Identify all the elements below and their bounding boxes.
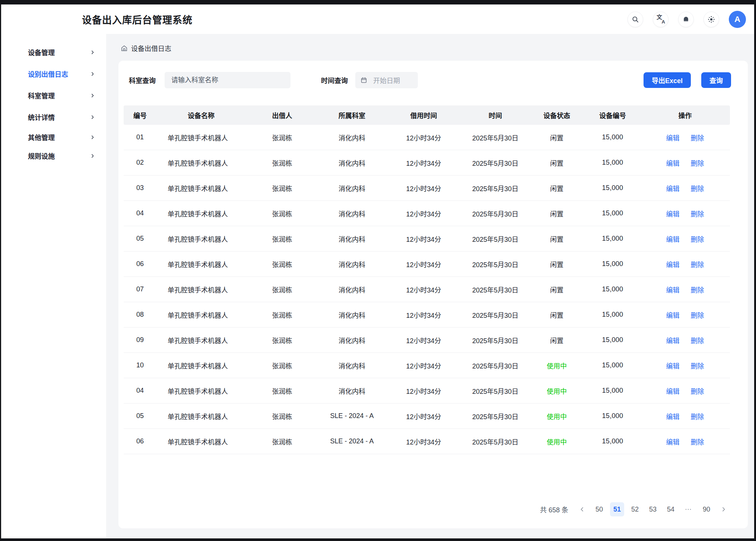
cell-department: 消化内科: [318, 209, 385, 218]
prev-page-icon[interactable]: [576, 502, 588, 516]
edit-link[interactable]: 编辑: [666, 437, 680, 446]
cell-device-number: 15,000: [585, 285, 641, 293]
column-header: 设备编号: [585, 110, 641, 120]
brightness-icon[interactable]: [703, 12, 719, 27]
delete-link[interactable]: 删除: [691, 133, 704, 142]
table-row: 07单孔腔镜手术机器人张润栋消化内科12小时34分2025年5月30日闲置15,…: [124, 277, 730, 302]
pagination-total: 共 658 条: [540, 504, 568, 514]
cell-id: 09: [124, 336, 156, 344]
page-number-50[interactable]: 50: [592, 502, 606, 516]
delete-link[interactable]: 删除: [691, 437, 704, 446]
delete-link[interactable]: 删除: [691, 386, 704, 396]
cell-borrower: 张润栋: [246, 259, 318, 269]
cell-device-name: 单孔腔镜手术机器人: [156, 133, 246, 142]
sidebar-item-1[interactable]: 设别出借日志: [1, 63, 106, 85]
table-row: 03单孔腔镜手术机器人张润栋消化内科12小时34分2025年5月30日闲置15,…: [124, 175, 730, 201]
column-header: 时间: [462, 110, 529, 120]
cell-device-name: 单孔腔镜手术机器人: [156, 234, 246, 244]
table-row: 04单孔腔镜手术机器人张润栋消化内科12小时34分2025年5月30日使用中15…: [124, 378, 730, 404]
edit-link[interactable]: 编辑: [666, 386, 680, 396]
cell-department: 消化内科: [318, 310, 385, 320]
edit-link[interactable]: 编辑: [666, 209, 680, 218]
edit-link[interactable]: 编辑: [666, 285, 680, 294]
search-icon[interactable]: [628, 12, 643, 27]
page-number-52[interactable]: 52: [628, 502, 642, 516]
export-excel-button[interactable]: 导出Excel: [644, 72, 691, 88]
sidebar-item-4[interactable]: 其他管理: [1, 128, 106, 146]
delete-link[interactable]: 删除: [691, 209, 704, 218]
cell-department: 消化内科: [318, 234, 385, 244]
delete-link[interactable]: 删除: [691, 310, 704, 320]
column-header: 操作: [641, 110, 730, 120]
breadcrumb[interactable]: 设备出借日志: [121, 44, 748, 53]
status-badge: 使用中: [529, 411, 585, 421]
cell-device-name: 单孔腔镜手术机器人: [156, 310, 246, 320]
sidebar-item-5[interactable]: 规则设施: [1, 146, 106, 165]
delete-link[interactable]: 删除: [691, 259, 704, 269]
status-badge: 闲置: [529, 209, 585, 218]
page-number-51[interactable]: 51: [610, 502, 624, 516]
cell-device-name: 单孔腔镜手术机器人: [156, 285, 246, 294]
table-header-row: 编号设备名称出借人所属科室借用时间时间设备状态设备编号操作: [124, 105, 730, 125]
cell-id: 06: [124, 437, 156, 445]
filter-bar: 科室查询 时间查询 开始日期 导出Excel 查询: [118, 61, 748, 88]
edit-link[interactable]: 编辑: [666, 234, 680, 244]
delete-link[interactable]: 删除: [691, 411, 704, 421]
cell-borrow-duration: 12小时34分: [385, 259, 462, 269]
delete-link[interactable]: 删除: [691, 183, 704, 193]
cell-borrower: 张润栋: [246, 335, 318, 345]
row-actions: 编辑删除: [641, 386, 730, 396]
cell-borrower: 张润栋: [246, 234, 318, 244]
status-badge: 闲置: [529, 234, 585, 244]
cell-borrow-duration: 12小时34分: [385, 335, 462, 345]
delete-link[interactable]: 删除: [691, 285, 704, 294]
dept-search-input[interactable]: [165, 72, 290, 88]
chevron-right-icon: [90, 50, 95, 55]
column-header: 出借人: [246, 110, 318, 120]
cell-borrower: 张润栋: [246, 209, 318, 218]
column-header: 设备状态: [529, 110, 585, 120]
page-ellipsis[interactable]: ⋯: [682, 502, 696, 516]
page-number-54[interactable]: 54: [664, 502, 678, 516]
cell-id: 07: [124, 285, 156, 293]
sidebar-item-0[interactable]: 设备管理: [1, 41, 106, 63]
row-actions: 编辑删除: [641, 335, 730, 345]
cell-department: 消化内科: [318, 133, 385, 142]
cell-borrow-duration: 12小时34分: [385, 310, 462, 320]
edit-link[interactable]: 编辑: [666, 310, 680, 320]
edit-link[interactable]: 编辑: [666, 335, 680, 345]
delete-link[interactable]: 删除: [691, 361, 704, 370]
breadcrumb-label: 设备出借日志: [131, 43, 171, 53]
delete-link[interactable]: 删除: [691, 158, 704, 168]
cell-date: 2025年5月30日: [462, 386, 529, 396]
cell-borrow-duration: 12小时34分: [385, 361, 462, 370]
query-button[interactable]: 查询: [701, 72, 731, 88]
avatar[interactable]: A: [729, 11, 746, 28]
start-date-picker[interactable]: 开始日期: [355, 72, 418, 88]
next-page-icon[interactable]: [717, 502, 730, 516]
edit-link[interactable]: 编辑: [666, 411, 680, 421]
delete-link[interactable]: 删除: [691, 234, 704, 244]
edit-link[interactable]: 编辑: [666, 183, 680, 193]
cell-borrower: 张润栋: [246, 386, 318, 396]
delete-link[interactable]: 删除: [691, 335, 704, 345]
cell-department: 消化内科: [318, 285, 385, 294]
status-badge: 闲置: [529, 310, 585, 320]
edit-link[interactable]: 编辑: [666, 158, 680, 168]
cell-device-number: 15,000: [585, 361, 641, 369]
edit-link[interactable]: 编辑: [666, 361, 680, 370]
page-number-53[interactable]: 53: [646, 502, 660, 516]
cell-device-number: 15,000: [585, 387, 641, 395]
edit-link[interactable]: 编辑: [666, 133, 680, 142]
sidebar-item-3[interactable]: 统计详情: [1, 106, 106, 128]
sidebar-item-label: 设别出借日志: [28, 69, 68, 79]
notification-icon[interactable]: [678, 12, 694, 27]
sidebar-item-2[interactable]: 科室管理: [1, 85, 106, 106]
status-badge: 闲置: [529, 158, 585, 168]
cell-date: 2025年5月30日: [462, 259, 529, 269]
translate-icon[interactable]: 文 A: [653, 12, 668, 27]
page-number-90[interactable]: 90: [699, 502, 714, 516]
cell-department: SLE - 2024 - A: [318, 412, 385, 420]
edit-link[interactable]: 编辑: [666, 259, 680, 269]
cell-date: 2025年5月30日: [462, 234, 529, 244]
